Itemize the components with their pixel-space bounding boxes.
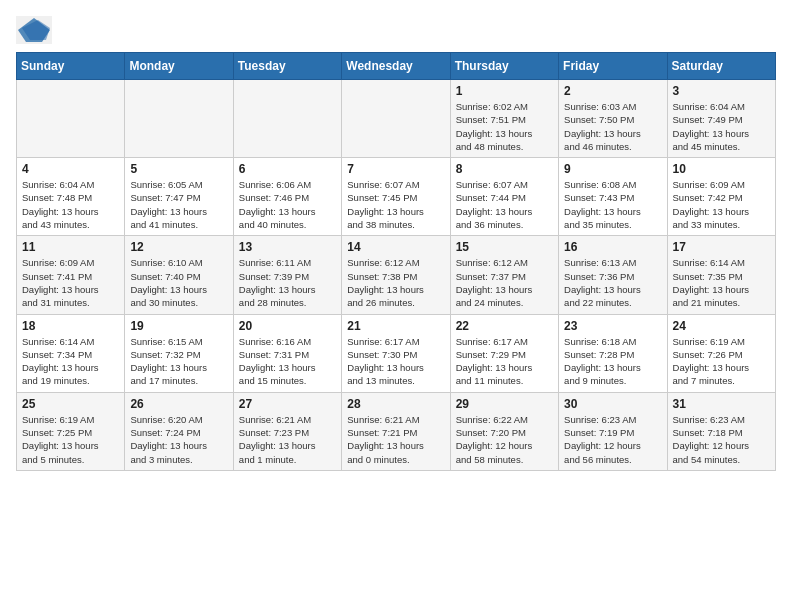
week-row-4: 18Sunrise: 6:14 AM Sunset: 7:34 PM Dayli… (17, 314, 776, 392)
calendar-cell: 16Sunrise: 6:13 AM Sunset: 7:36 PM Dayli… (559, 236, 667, 314)
calendar-cell: 30Sunrise: 6:23 AM Sunset: 7:19 PM Dayli… (559, 392, 667, 470)
day-number: 7 (347, 162, 444, 176)
day-info: Sunrise: 6:16 AM Sunset: 7:31 PM Dayligh… (239, 335, 336, 388)
day-info: Sunrise: 6:12 AM Sunset: 7:37 PM Dayligh… (456, 256, 553, 309)
calendar-cell: 8Sunrise: 6:07 AM Sunset: 7:44 PM Daylig… (450, 158, 558, 236)
calendar-cell: 26Sunrise: 6:20 AM Sunset: 7:24 PM Dayli… (125, 392, 233, 470)
calendar-cell: 27Sunrise: 6:21 AM Sunset: 7:23 PM Dayli… (233, 392, 341, 470)
day-number: 10 (673, 162, 770, 176)
calendar-table: SundayMondayTuesdayWednesdayThursdayFrid… (16, 52, 776, 471)
day-info: Sunrise: 6:23 AM Sunset: 7:19 PM Dayligh… (564, 413, 661, 466)
week-row-5: 25Sunrise: 6:19 AM Sunset: 7:25 PM Dayli… (17, 392, 776, 470)
day-number: 14 (347, 240, 444, 254)
day-info: Sunrise: 6:17 AM Sunset: 7:29 PM Dayligh… (456, 335, 553, 388)
day-info: Sunrise: 6:18 AM Sunset: 7:28 PM Dayligh… (564, 335, 661, 388)
calendar-body: 1Sunrise: 6:02 AM Sunset: 7:51 PM Daylig… (17, 80, 776, 471)
logo-icon (16, 16, 52, 44)
day-number: 9 (564, 162, 661, 176)
week-row-1: 1Sunrise: 6:02 AM Sunset: 7:51 PM Daylig… (17, 80, 776, 158)
day-info: Sunrise: 6:02 AM Sunset: 7:51 PM Dayligh… (456, 100, 553, 153)
day-info: Sunrise: 6:17 AM Sunset: 7:30 PM Dayligh… (347, 335, 444, 388)
day-header-sunday: Sunday (17, 53, 125, 80)
day-number: 30 (564, 397, 661, 411)
calendar-cell: 23Sunrise: 6:18 AM Sunset: 7:28 PM Dayli… (559, 314, 667, 392)
calendar-cell: 25Sunrise: 6:19 AM Sunset: 7:25 PM Dayli… (17, 392, 125, 470)
day-info: Sunrise: 6:06 AM Sunset: 7:46 PM Dayligh… (239, 178, 336, 231)
calendar-cell: 3Sunrise: 6:04 AM Sunset: 7:49 PM Daylig… (667, 80, 775, 158)
calendar-cell: 31Sunrise: 6:23 AM Sunset: 7:18 PM Dayli… (667, 392, 775, 470)
day-number: 6 (239, 162, 336, 176)
calendar-cell: 5Sunrise: 6:05 AM Sunset: 7:47 PM Daylig… (125, 158, 233, 236)
day-info: Sunrise: 6:08 AM Sunset: 7:43 PM Dayligh… (564, 178, 661, 231)
day-info: Sunrise: 6:05 AM Sunset: 7:47 PM Dayligh… (130, 178, 227, 231)
day-info: Sunrise: 6:23 AM Sunset: 7:18 PM Dayligh… (673, 413, 770, 466)
day-number: 16 (564, 240, 661, 254)
day-number: 21 (347, 319, 444, 333)
day-header-friday: Friday (559, 53, 667, 80)
calendar-cell: 13Sunrise: 6:11 AM Sunset: 7:39 PM Dayli… (233, 236, 341, 314)
day-info: Sunrise: 6:15 AM Sunset: 7:32 PM Dayligh… (130, 335, 227, 388)
calendar-cell: 24Sunrise: 6:19 AM Sunset: 7:26 PM Dayli… (667, 314, 775, 392)
day-info: Sunrise: 6:19 AM Sunset: 7:25 PM Dayligh… (22, 413, 119, 466)
day-header-wednesday: Wednesday (342, 53, 450, 80)
day-number: 26 (130, 397, 227, 411)
day-info: Sunrise: 6:04 AM Sunset: 7:49 PM Dayligh… (673, 100, 770, 153)
day-number: 5 (130, 162, 227, 176)
calendar-cell: 2Sunrise: 6:03 AM Sunset: 7:50 PM Daylig… (559, 80, 667, 158)
day-number: 13 (239, 240, 336, 254)
header-row: SundayMondayTuesdayWednesdayThursdayFrid… (17, 53, 776, 80)
day-header-saturday: Saturday (667, 53, 775, 80)
day-number: 24 (673, 319, 770, 333)
page-header (16, 16, 776, 44)
day-number: 27 (239, 397, 336, 411)
calendar-cell: 12Sunrise: 6:10 AM Sunset: 7:40 PM Dayli… (125, 236, 233, 314)
calendar-header: SundayMondayTuesdayWednesdayThursdayFrid… (17, 53, 776, 80)
calendar-cell: 14Sunrise: 6:12 AM Sunset: 7:38 PM Dayli… (342, 236, 450, 314)
day-info: Sunrise: 6:11 AM Sunset: 7:39 PM Dayligh… (239, 256, 336, 309)
day-header-thursday: Thursday (450, 53, 558, 80)
day-number: 12 (130, 240, 227, 254)
calendar-cell: 7Sunrise: 6:07 AM Sunset: 7:45 PM Daylig… (342, 158, 450, 236)
day-number: 2 (564, 84, 661, 98)
calendar-cell: 1Sunrise: 6:02 AM Sunset: 7:51 PM Daylig… (450, 80, 558, 158)
day-info: Sunrise: 6:20 AM Sunset: 7:24 PM Dayligh… (130, 413, 227, 466)
day-number: 22 (456, 319, 553, 333)
day-number: 28 (347, 397, 444, 411)
day-info: Sunrise: 6:07 AM Sunset: 7:44 PM Dayligh… (456, 178, 553, 231)
calendar-cell: 29Sunrise: 6:22 AM Sunset: 7:20 PM Dayli… (450, 392, 558, 470)
day-info: Sunrise: 6:07 AM Sunset: 7:45 PM Dayligh… (347, 178, 444, 231)
day-number: 1 (456, 84, 553, 98)
day-info: Sunrise: 6:09 AM Sunset: 7:42 PM Dayligh… (673, 178, 770, 231)
calendar-cell: 9Sunrise: 6:08 AM Sunset: 7:43 PM Daylig… (559, 158, 667, 236)
day-info: Sunrise: 6:21 AM Sunset: 7:21 PM Dayligh… (347, 413, 444, 466)
day-info: Sunrise: 6:14 AM Sunset: 7:34 PM Dayligh… (22, 335, 119, 388)
day-header-tuesday: Tuesday (233, 53, 341, 80)
day-info: Sunrise: 6:03 AM Sunset: 7:50 PM Dayligh… (564, 100, 661, 153)
day-number: 4 (22, 162, 119, 176)
week-row-2: 4Sunrise: 6:04 AM Sunset: 7:48 PM Daylig… (17, 158, 776, 236)
calendar-cell (125, 80, 233, 158)
day-number: 15 (456, 240, 553, 254)
calendar-cell: 4Sunrise: 6:04 AM Sunset: 7:48 PM Daylig… (17, 158, 125, 236)
calendar-cell: 22Sunrise: 6:17 AM Sunset: 7:29 PM Dayli… (450, 314, 558, 392)
day-number: 31 (673, 397, 770, 411)
day-header-monday: Monday (125, 53, 233, 80)
day-number: 3 (673, 84, 770, 98)
calendar-cell: 6Sunrise: 6:06 AM Sunset: 7:46 PM Daylig… (233, 158, 341, 236)
day-info: Sunrise: 6:14 AM Sunset: 7:35 PM Dayligh… (673, 256, 770, 309)
calendar-cell: 17Sunrise: 6:14 AM Sunset: 7:35 PM Dayli… (667, 236, 775, 314)
day-info: Sunrise: 6:13 AM Sunset: 7:36 PM Dayligh… (564, 256, 661, 309)
day-number: 18 (22, 319, 119, 333)
day-info: Sunrise: 6:21 AM Sunset: 7:23 PM Dayligh… (239, 413, 336, 466)
day-number: 19 (130, 319, 227, 333)
calendar-cell: 10Sunrise: 6:09 AM Sunset: 7:42 PM Dayli… (667, 158, 775, 236)
calendar-cell (17, 80, 125, 158)
week-row-3: 11Sunrise: 6:09 AM Sunset: 7:41 PM Dayli… (17, 236, 776, 314)
logo (16, 16, 56, 44)
calendar-cell: 21Sunrise: 6:17 AM Sunset: 7:30 PM Dayli… (342, 314, 450, 392)
day-info: Sunrise: 6:04 AM Sunset: 7:48 PM Dayligh… (22, 178, 119, 231)
day-info: Sunrise: 6:10 AM Sunset: 7:40 PM Dayligh… (130, 256, 227, 309)
calendar-cell: 28Sunrise: 6:21 AM Sunset: 7:21 PM Dayli… (342, 392, 450, 470)
day-number: 8 (456, 162, 553, 176)
day-number: 25 (22, 397, 119, 411)
